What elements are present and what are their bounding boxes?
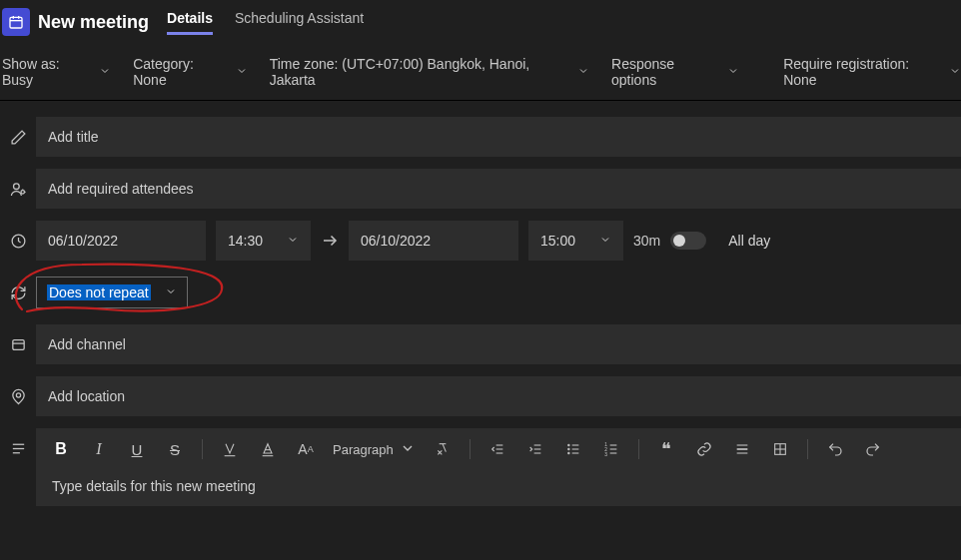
duration-label: 30m bbox=[633, 233, 660, 249]
quote-button[interactable]: ❝ bbox=[655, 438, 677, 460]
registration-dropdown[interactable]: Require registration: None bbox=[783, 56, 961, 88]
timezone-label: Time zone: (UTC+07:00) Bangkok, Hanoi, J… bbox=[270, 56, 569, 88]
bold-button[interactable]: B bbox=[50, 438, 72, 460]
response-options-label: Response options bbox=[611, 56, 719, 88]
end-date-input[interactable]: 06/10/2022 bbox=[349, 221, 518, 261]
italic-button[interactable]: I bbox=[88, 438, 110, 460]
arrow-right-icon bbox=[321, 232, 339, 250]
table-button[interactable] bbox=[769, 438, 791, 460]
chevron-down-icon bbox=[287, 233, 299, 249]
svg-point-12 bbox=[16, 392, 20, 396]
location-input[interactable] bbox=[36, 376, 961, 416]
details-placeholder: Type details for this new meeting bbox=[36, 466, 961, 506]
show-as-label: Show as: Busy bbox=[2, 56, 91, 88]
start-time-select[interactable]: 14:30 bbox=[216, 221, 311, 261]
link-button[interactable] bbox=[693, 438, 715, 460]
chevron-down-icon bbox=[727, 64, 739, 80]
recurrence-value: Does not repeat bbox=[47, 284, 151, 300]
redo-button[interactable] bbox=[862, 438, 884, 460]
registration-label: Require registration: None bbox=[783, 56, 941, 88]
chevron-down-icon bbox=[599, 233, 611, 249]
chevron-down-icon bbox=[165, 284, 177, 300]
details-editor[interactable]: B I U S AA Paragraph 123 ❝ bbox=[36, 428, 961, 506]
chevron-down-icon bbox=[400, 440, 416, 459]
separator bbox=[807, 439, 808, 459]
paragraph-label: Paragraph bbox=[333, 442, 394, 457]
separator bbox=[638, 439, 639, 459]
channel-icon bbox=[0, 336, 36, 353]
tab-scheduling-assistant[interactable]: Scheduling Assistant bbox=[235, 10, 364, 35]
recurrence-icon bbox=[0, 284, 36, 301]
separator bbox=[470, 439, 471, 459]
calendar-app-icon bbox=[2, 8, 30, 36]
recurrence-select[interactable]: Does not repeat bbox=[36, 277, 188, 308]
paragraph-style-select[interactable]: Paragraph bbox=[333, 440, 416, 459]
svg-text:3: 3 bbox=[604, 452, 607, 457]
end-time-select[interactable]: 15:00 bbox=[528, 221, 623, 261]
svg-point-5 bbox=[20, 190, 24, 194]
timezone-dropdown[interactable]: Time zone: (UTC+07:00) Bangkok, Hanoi, J… bbox=[270, 56, 589, 88]
end-time-value: 15:00 bbox=[540, 233, 575, 249]
start-date-value: 06/10/2022 bbox=[48, 233, 118, 249]
response-options-dropdown[interactable]: Response options bbox=[611, 56, 739, 88]
font-color-button[interactable] bbox=[257, 438, 279, 460]
allday-label: All day bbox=[728, 233, 770, 249]
page-title: New meeting bbox=[38, 12, 149, 33]
edit-icon bbox=[0, 129, 36, 146]
highlight-button[interactable] bbox=[219, 438, 241, 460]
start-date-input[interactable]: 06/10/2022 bbox=[36, 221, 206, 261]
tab-details[interactable]: Details bbox=[167, 10, 213, 35]
chevron-down-icon bbox=[577, 64, 589, 80]
title-input[interactable] bbox=[36, 117, 961, 157]
svg-point-28 bbox=[567, 448, 568, 449]
svg-point-4 bbox=[13, 183, 19, 189]
svg-rect-0 bbox=[10, 17, 22, 28]
underline-button[interactable]: U bbox=[126, 438, 148, 460]
allday-toggle[interactable] bbox=[670, 232, 706, 250]
svg-point-27 bbox=[567, 444, 568, 445]
attendees-icon bbox=[0, 181, 36, 198]
font-size-button[interactable]: AA bbox=[295, 438, 317, 460]
chevron-down-icon bbox=[236, 64, 248, 80]
chevron-down-icon bbox=[99, 64, 111, 80]
indent-button[interactable] bbox=[524, 438, 546, 460]
clear-formatting-button[interactable] bbox=[432, 438, 454, 460]
clock-icon bbox=[0, 233, 36, 250]
end-date-value: 06/10/2022 bbox=[361, 233, 431, 249]
bullet-list-button[interactable] bbox=[562, 438, 584, 460]
hr-button[interactable] bbox=[731, 438, 753, 460]
category-dropdown[interactable]: Category: None bbox=[133, 56, 247, 88]
outdent-button[interactable] bbox=[486, 438, 508, 460]
show-as-dropdown[interactable]: Show as: Busy bbox=[2, 56, 111, 88]
chevron-down-icon bbox=[949, 64, 961, 80]
category-label: Category: None bbox=[133, 56, 227, 88]
channel-input[interactable] bbox=[36, 324, 961, 364]
details-icon bbox=[0, 428, 36, 457]
svg-rect-10 bbox=[12, 339, 23, 349]
attendees-input[interactable] bbox=[36, 169, 961, 209]
separator bbox=[202, 439, 203, 459]
numbered-list-button[interactable]: 123 bbox=[600, 438, 622, 460]
svg-point-29 bbox=[567, 452, 568, 453]
location-icon bbox=[0, 388, 36, 405]
undo-button[interactable] bbox=[824, 438, 846, 460]
strikethrough-button[interactable]: S bbox=[164, 438, 186, 460]
start-time-value: 14:30 bbox=[228, 233, 263, 249]
